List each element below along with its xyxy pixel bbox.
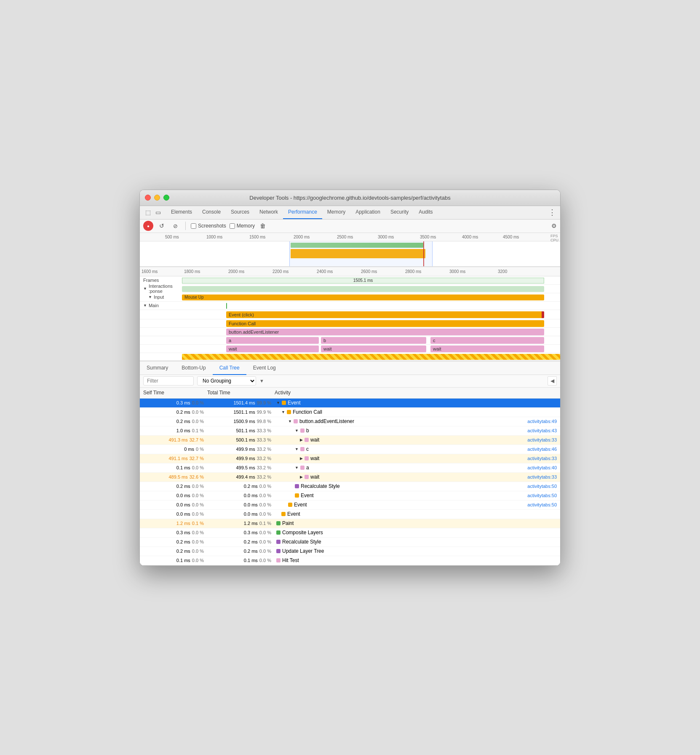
- tab-elements[interactable]: Elements: [166, 206, 197, 219]
- close-button[interactable]: [145, 195, 151, 201]
- selftime-pct-12: 0.0 %: [192, 511, 204, 517]
- main-track-label-row: ▼ Main: [140, 302, 560, 310]
- filter-input[interactable]: [143, 376, 194, 386]
- link-7[interactable]: activitytabs:40: [527, 465, 560, 470]
- table-row[interactable]: 1.2 ms 0.1 % 1.2 ms 0.1 % Paint: [140, 519, 560, 528]
- clear-button[interactable]: ⊘: [170, 221, 180, 231]
- selftime-ms-12: 0.0 ms: [176, 511, 190, 517]
- settings-button[interactable]: ⚙: [551, 222, 557, 229]
- main-text: Main: [149, 303, 159, 308]
- link-11[interactable]: activitytabs:50: [527, 502, 560, 507]
- table-row[interactable]: 0.2 ms 0.0 % 1500.9 ms 99.8 % ▼ button.a…: [140, 417, 560, 426]
- activity-label-13: Paint: [282, 520, 294, 526]
- totaltime-pct-1: 99.9 %: [257, 410, 271, 415]
- totaltime-ms-2: 1500.9 ms: [233, 419, 255, 424]
- selftime-ms-8: 489.5 ms: [169, 474, 188, 479]
- maximize-button[interactable]: [163, 195, 169, 201]
- link-6[interactable]: activitytabs:33: [527, 456, 560, 461]
- link-9[interactable]: activitytabs:50: [527, 484, 560, 489]
- table-header: Self Time Total Time Activity: [140, 388, 560, 399]
- selftime-ms-11: 0.0 ms: [176, 502, 190, 507]
- table-row[interactable]: 1.0 ms 0.1 % 501.1 ms 33.3 % ▼ b activit…: [140, 426, 560, 436]
- tab-audits[interactable]: Audits: [414, 206, 438, 219]
- activity-color-11: [288, 503, 292, 507]
- table-row[interactable]: 0.0 ms 0.0 % 0.0 ms 0.0 % Event activity…: [140, 501, 560, 510]
- table-row[interactable]: 0.3 ms 0.0 % 0.3 ms 0.0 % Composite Laye…: [140, 528, 560, 538]
- table-row[interactable]: 0.1 ms 0.0 % 499.5 ms 33.2 % ▼ a activit…: [140, 463, 560, 473]
- c-bar: c: [430, 337, 544, 344]
- link-3[interactable]: activitytabs:43: [527, 428, 560, 433]
- grouping-select[interactable]: No Grouping Group by Activity Group by C…: [197, 376, 256, 386]
- table-row[interactable]: 0.1 ms 0.0 % 0.1 ms 0.0 % Hit Test: [140, 556, 560, 565]
- table-row[interactable]: 0.2 ms 0.0 % 1501.1 ms 99.9 % ▼ Function…: [140, 408, 560, 417]
- table-row[interactable]: 491.1 ms 32.7 % 499.9 ms 33.2 % ▶ wait a…: [140, 454, 560, 463]
- interactions-content: [182, 285, 560, 293]
- table-row[interactable]: 0.0 ms 0.0 % 0.0 ms 0.0 % Event activity…: [140, 491, 560, 501]
- screenshots-checkbox[interactable]: [191, 223, 196, 229]
- link-8[interactable]: activitytabs:33: [527, 474, 560, 479]
- totaltime-ms-17: 0.1 ms: [244, 558, 258, 563]
- event-click-content: Event (click): [182, 310, 560, 319]
- link-10[interactable]: activitytabs:50: [527, 493, 560, 498]
- table-row[interactable]: 0.0 ms 0.0 % 0.0 ms 0.0 % Event: [140, 510, 560, 519]
- activity-color-1: [287, 410, 291, 414]
- tab-security[interactable]: Security: [385, 206, 414, 219]
- trash-button[interactable]: 🗑: [260, 222, 266, 229]
- reload-button[interactable]: ↺: [157, 221, 167, 231]
- table-row[interactable]: 0 ms 0 % 499.9 ms 33.2 % ▼ c activitytab…: [140, 445, 560, 454]
- table-row[interactable]: 0.2 ms 0.0 % 0.2 ms 0.0 % Recalculate St…: [140, 538, 560, 547]
- tab-network[interactable]: Network: [254, 206, 283, 219]
- table-row[interactable]: 0.3 ms 0.0 % 1501.4 ms 99.9 % ▼ Event: [140, 399, 560, 408]
- collapse-button[interactable]: ◀: [548, 376, 557, 386]
- subtab-calltree[interactable]: Call Tree: [213, 361, 246, 375]
- tab-sources[interactable]: Sources: [226, 206, 254, 219]
- selftime-pct-16: 0.0 %: [192, 549, 204, 554]
- record-button[interactable]: ●: [143, 221, 153, 231]
- input-text: Input: [154, 295, 164, 300]
- device-icon[interactable]: ▭: [153, 208, 163, 217]
- link-5[interactable]: activitytabs:46: [527, 447, 560, 452]
- totaltime-ms-15: 0.2 ms: [244, 539, 258, 544]
- table-row[interactable]: 491.3 ms 32.7 % 500.1 ms 33.3 % ▶ wait a…: [140, 436, 560, 445]
- ruler-mark-2500: 2500 ms: [337, 235, 353, 239]
- subtab-eventlog[interactable]: Event Log: [246, 361, 283, 375]
- totaltime-pct-14: 0.0 %: [259, 530, 271, 535]
- memory-checkbox[interactable]: [230, 223, 235, 229]
- selftime-pct-14: 0.0 %: [192, 530, 204, 535]
- overview-area[interactable]: [140, 241, 560, 267]
- tab-console[interactable]: Console: [197, 206, 226, 219]
- inspect-icon[interactable]: ⬚: [143, 208, 152, 217]
- more-tabs-icon[interactable]: ⋮: [548, 208, 557, 217]
- tab-performance[interactable]: Performance: [283, 206, 322, 219]
- totaltime-pct-0: 99.9 %: [257, 400, 271, 405]
- subtab-summary[interactable]: Summary: [140, 361, 175, 375]
- link-4[interactable]: activitytabs:33: [527, 437, 560, 442]
- bottom-pattern-bar: [182, 354, 560, 360]
- frames-label: Frames: [140, 278, 182, 283]
- cell-totaltime-4: 500.1 ms 33.3 %: [207, 437, 275, 442]
- selftime-pct-4: 32.7 %: [190, 437, 204, 442]
- activity-color-12: [281, 512, 286, 516]
- totaltime-ms-9: 0.2 ms: [244, 484, 258, 489]
- selftime-ms-4: 491.3 ms: [169, 437, 188, 442]
- activity-label-4: wait: [310, 437, 319, 443]
- memory-checkbox-label[interactable]: Memory: [230, 223, 255, 229]
- table-row[interactable]: 0.2 ms 0.0 % 0.2 ms 0.0 % Recalculate St…: [140, 482, 560, 491]
- activity-label-3: b: [306, 428, 309, 434]
- subtab-bottomup[interactable]: Bottom-Up: [175, 361, 212, 375]
- cell-activity-8: ▶ wait activitytabs:33: [275, 474, 560, 480]
- cell-totaltime-16: 0.2 ms 0.0 %: [207, 549, 275, 554]
- cell-totaltime-14: 0.3 ms 0.0 %: [207, 530, 275, 535]
- tab-memory[interactable]: Memory: [322, 206, 350, 219]
- fps-label: FPS: [550, 234, 558, 238]
- table-body: 0.3 ms 0.0 % 1501.4 ms 99.9 % ▼ Event 0.…: [140, 399, 560, 565]
- event-click-row: Event (click): [140, 310, 560, 319]
- minimize-button[interactable]: [154, 195, 160, 201]
- screenshots-checkbox-label[interactable]: Screenshots: [191, 223, 226, 229]
- table-row[interactable]: 489.5 ms 32.6 % 499.4 ms 33.2 % ▶ wait a…: [140, 473, 560, 482]
- tab-application[interactable]: Application: [350, 206, 385, 219]
- expand-icon-6: ▶: [300, 456, 303, 460]
- ruler-mark-2000: 2000 ms: [294, 235, 310, 239]
- link-2[interactable]: activitytabs:49: [527, 419, 560, 424]
- table-row[interactable]: 0.2 ms 0.0 % 0.2 ms 0.0 % Update Layer T…: [140, 547, 560, 556]
